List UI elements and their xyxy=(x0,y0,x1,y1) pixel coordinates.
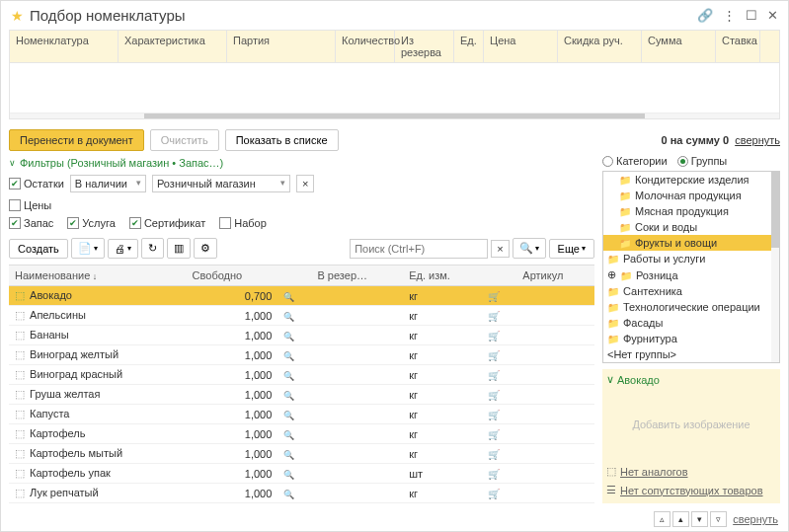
cart-icon[interactable] xyxy=(488,330,500,342)
table-row[interactable]: ⬚ Картофель упак 1,000 шт xyxy=(9,464,594,484)
col-free[interactable]: Свободно xyxy=(187,266,278,286)
clear-button[interactable]: Очистить xyxy=(150,129,219,151)
col-reserve[interactable]: В резер… xyxy=(311,266,403,286)
cart-col[interactable]: Из резерва xyxy=(395,31,454,62)
add-image-link[interactable]: Добавить изображение xyxy=(606,386,776,462)
tree-item[interactable]: Работы и услуги xyxy=(603,251,779,266)
table-row[interactable]: ⬚ Капуста 1,000 кг xyxy=(9,405,594,424)
zapas-checkbox[interactable]: ✔Запас xyxy=(9,217,53,229)
transfer-button[interactable]: Перенести в документ xyxy=(9,129,144,151)
clear-warehouse-button[interactable]: × xyxy=(296,175,314,192)
footer-collapse-link[interactable]: свернуть xyxy=(733,513,778,525)
magnifier-icon[interactable] xyxy=(283,369,294,381)
favorite-star-icon[interactable]: ★ xyxy=(11,8,24,24)
cart-icon[interactable] xyxy=(488,310,500,322)
tree-item[interactable]: Сантехника xyxy=(603,283,779,299)
magnifier-icon[interactable] xyxy=(283,310,294,322)
cart-col[interactable]: Партия xyxy=(227,31,336,62)
cart-col[interactable]: Количество xyxy=(336,31,395,62)
magnifier-icon[interactable] xyxy=(283,290,294,302)
barcode-button[interactable]: ▥ xyxy=(167,238,191,259)
collapse-link[interactable]: свернуть xyxy=(735,134,780,146)
col-unit[interactable]: Ед. изм. xyxy=(403,266,482,286)
warehouse-select[interactable]: Розничный магазин xyxy=(152,175,290,192)
close-icon[interactable]: ✕ xyxy=(767,8,778,23)
tree-item[interactable]: Технологические операции xyxy=(603,299,779,315)
tree-item[interactable]: Соки и воды xyxy=(603,219,779,235)
cart-col[interactable]: Сумма xyxy=(642,31,716,62)
usluga-checkbox[interactable]: ✔Услуга xyxy=(67,217,116,229)
magnifier-icon[interactable] xyxy=(283,468,294,480)
table-row[interactable]: ⬚ Груша желтая 1,000 кг xyxy=(9,385,594,405)
settings-button[interactable]: ⚙ xyxy=(194,238,217,259)
tree-item[interactable]: ⊕ Розница xyxy=(603,266,779,283)
col-name[interactable]: Наименование xyxy=(9,266,187,286)
col-article[interactable]: Артикул xyxy=(516,266,594,286)
cart-icon[interactable] xyxy=(488,428,500,440)
cart-icon[interactable] xyxy=(488,488,500,499)
print-button[interactable]: 🖨▾ xyxy=(108,239,138,259)
magnifier-icon[interactable] xyxy=(283,428,294,440)
table-row[interactable]: ⬚ Виноград красный 1,000 кг xyxy=(9,365,594,385)
tree-item[interactable]: Фасады xyxy=(603,315,779,331)
cart-icon[interactable] xyxy=(488,349,500,361)
search-input[interactable] xyxy=(350,239,488,259)
tree-item[interactable]: Мясная продукция xyxy=(603,203,779,219)
cart-col[interactable]: Номенклатура xyxy=(10,31,118,62)
cart-icon[interactable] xyxy=(488,468,500,480)
stock-checkbox[interactable]: ✔Остатки xyxy=(9,178,64,190)
table-row[interactable]: ⬚ Апельсины 1,000 кг xyxy=(9,306,594,326)
nabor-checkbox[interactable]: Набор xyxy=(219,217,267,229)
table-row[interactable]: ⬚ Виноград желтый 1,000 кг xyxy=(9,345,594,365)
prices-checkbox[interactable]: Цены xyxy=(9,199,51,211)
tree-item[interactable]: Фрукты и овощи xyxy=(603,235,779,251)
table-row[interactable]: ⬚ Морковь 1,000 кг xyxy=(9,503,594,504)
more-button[interactable]: Еще ▾ xyxy=(549,239,594,259)
maximize-icon[interactable]: ☐ xyxy=(746,8,757,23)
magnifier-icon[interactable] xyxy=(283,409,294,420)
tree-item[interactable]: <Нет группы> xyxy=(603,346,779,362)
magnifier-icon[interactable] xyxy=(283,389,294,401)
cart-icon[interactable] xyxy=(488,290,500,302)
cart-col[interactable]: Ставка xyxy=(716,31,760,62)
categories-radio[interactable]: Категории xyxy=(602,155,668,167)
nav-up-button[interactable]: ▴ xyxy=(672,511,689,527)
create-button[interactable]: Создать xyxy=(9,239,68,259)
nav-bottom-button[interactable]: ▿ xyxy=(710,511,727,527)
cart-col[interactable]: Цена xyxy=(484,31,558,62)
show-in-list-button[interactable]: Показать в списке xyxy=(225,129,339,151)
magnifier-icon[interactable] xyxy=(283,448,294,460)
stock-select[interactable]: В наличии xyxy=(70,175,146,192)
cart-icon[interactable] xyxy=(488,369,500,381)
link-icon[interactable]: 🔗 xyxy=(697,8,713,23)
table-row[interactable]: ⬚ Картофель мытый 1,000 кг xyxy=(9,444,594,464)
nav-down-button[interactable]: ▾ xyxy=(691,511,708,527)
search-button[interactable]: 🔍▾ xyxy=(513,238,546,259)
magnifier-icon[interactable] xyxy=(283,488,294,499)
cart-col[interactable]: Скидка руч. xyxy=(558,31,642,62)
copy-button[interactable]: 📄▾ xyxy=(71,238,105,259)
cart-icon[interactable] xyxy=(488,389,500,401)
table-row[interactable]: ⬚ Бананы 1,000 кг xyxy=(9,326,594,345)
cart-scrollbar[interactable] xyxy=(10,113,779,118)
table-row[interactable]: ⬚ Авокадо 0,700 кг xyxy=(9,286,594,306)
table-row[interactable]: ⬚ Картофель 1,000 кг xyxy=(9,424,594,444)
sert-checkbox[interactable]: ✔Сертификат xyxy=(129,217,205,229)
cart-col[interactable]: Ед. xyxy=(454,31,484,62)
no-related-link[interactable]: Нет сопутствующих товаров xyxy=(620,485,763,496)
tree-item[interactable]: Кондитерские изделия xyxy=(603,172,779,188)
tree-item[interactable]: Фурнитура xyxy=(603,331,779,346)
details-header[interactable]: ∨ Авокадо xyxy=(606,373,776,386)
filters-header[interactable]: ∨ Фильтры (Розничный магазин • Запас…) xyxy=(9,155,594,171)
menu-icon[interactable]: ⋮ xyxy=(723,8,736,23)
groups-radio[interactable]: Группы xyxy=(677,155,728,167)
tree-item[interactable]: Молочная продукция xyxy=(603,188,779,203)
magnifier-icon[interactable] xyxy=(283,349,294,361)
cart-icon[interactable] xyxy=(488,448,500,460)
magnifier-icon[interactable] xyxy=(283,330,294,342)
cart-icon[interactable] xyxy=(488,409,500,420)
nav-top-button[interactable]: ▵ xyxy=(654,511,671,527)
cart-col[interactable]: Характеристика xyxy=(118,31,227,62)
clear-search-button[interactable]: × xyxy=(491,240,509,258)
table-row[interactable]: ⬚ Лук репчатый 1,000 кг xyxy=(9,484,594,503)
